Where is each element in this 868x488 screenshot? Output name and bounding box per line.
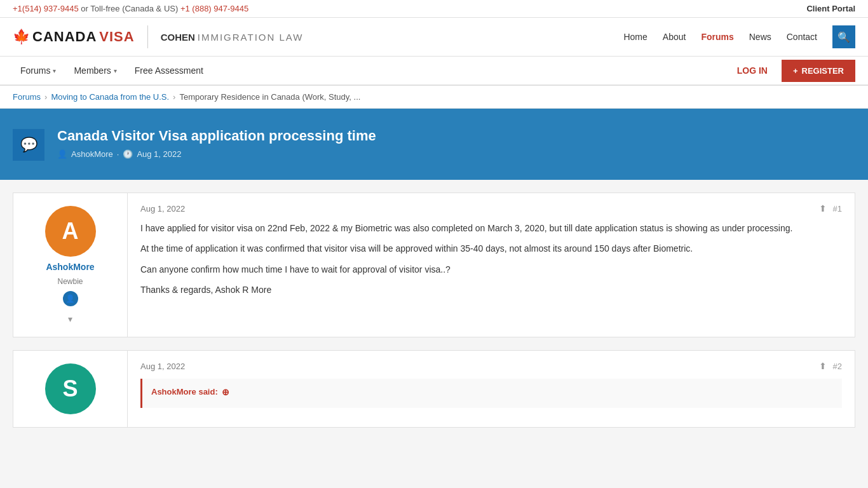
post-content: Aug 1, 2022 ⬆ #1 I have applied for visi… <box>128 193 855 337</box>
phone2-link[interactable]: +1 (888) 947-9445 <box>180 4 248 13</box>
post-header: Aug 1, 2022 ⬆ #1 <box>140 203 842 214</box>
post-sidebar: S <box>13 351 128 427</box>
expand-button[interactable]: ▾ <box>68 314 72 324</box>
post-content: Aug 1, 2022 ⬆ #2 AshokMore said: ⊕ <box>128 351 855 427</box>
thread-meta: 👤 AshokMore · 🕐 Aug 1, 2022 <box>57 149 376 159</box>
logo-visa-text: VISA <box>99 29 134 45</box>
post-username[interactable]: AshokMore <box>46 262 94 272</box>
client-portal[interactable]: Client Portal <box>806 4 855 13</box>
plus-icon: + <box>793 66 798 76</box>
quote-block: AshokMore said: ⊕ <box>140 379 842 408</box>
thread-type-icon: 💬 <box>13 129 44 161</box>
posts-area: A AshokMore Newbie 👤 ▾ Aug 1, 2022 ⬆ #1 … <box>0 180 868 440</box>
contact-info: +1(514) 937-9445 or Toll-free (Canada & … <box>13 4 248 13</box>
post-date: Aug 1, 2022 <box>140 204 185 214</box>
user-badge: 👤 <box>63 291 78 306</box>
register-button[interactable]: + REGISTER <box>782 60 855 82</box>
post-card: S Aug 1, 2022 ⬆ #2 AshokMore said: ⊕ <box>13 350 855 428</box>
nav-members-link[interactable]: Members ▾ <box>66 57 124 85</box>
thread-date: Aug 1, 2022 <box>137 149 181 159</box>
post-sidebar: A AshokMore Newbie 👤 ▾ <box>13 193 128 337</box>
cohen-name: COHEN <box>161 32 195 43</box>
user-role: Newbie <box>57 277 83 286</box>
thread-author[interactable]: AshokMore <box>71 149 113 159</box>
clock-icon: 🕐 <box>123 149 133 159</box>
nav-news[interactable]: News <box>749 32 771 42</box>
immigration-law-text: IMMIGRATION LAW <box>198 32 304 43</box>
search-button[interactable]: 🔍 <box>832 25 855 48</box>
main-nav: Home About Forums News Contact 🔍 <box>623 25 855 48</box>
share-icon[interactable]: ⬆ <box>819 203 827 214</box>
share-icon[interactable]: ⬆ <box>819 361 827 371</box>
avatar: S <box>45 363 96 414</box>
nav-contact[interactable]: Contact <box>787 32 817 42</box>
nav-forums[interactable]: Forums <box>701 32 733 42</box>
phone1-link[interactable]: +1(514) 937-9445 <box>13 4 79 13</box>
chevron-down-icon: ▾ <box>53 67 56 74</box>
breadcrumb: Forums › Moving to Canada from the U.S. … <box>0 86 868 109</box>
cohen-branding: COHEN IMMIGRATION LAW <box>161 32 304 43</box>
meta-separator: · <box>117 149 119 159</box>
post-body: AshokMore said: ⊕ <box>140 379 842 408</box>
post-paragraph: I have applied for visitor visa on 22nd … <box>140 221 842 235</box>
separator-text: or Toll-free (Canada & US) <box>81 4 180 13</box>
author-icon: 👤 <box>57 149 67 159</box>
post-actions: ⬆ #2 <box>819 361 842 371</box>
logo-area: 🍁 CANADAVISA COHEN IMMIGRATION LAW <box>13 25 303 48</box>
quote-author: AshokMore said: ⊕ <box>151 385 833 399</box>
post-paragraph: Can anyone confirm how much time I have … <box>140 262 842 276</box>
logo-canada-text: CANADA <box>32 29 97 45</box>
post-paragraph: Thanks & regards, Ashok R More <box>140 283 842 297</box>
post-date: Aug 1, 2022 <box>140 362 185 371</box>
top-bar: +1(514) 937-9445 or Toll-free (Canada & … <box>0 0 868 18</box>
quote-expand-icon[interactable]: ⊕ <box>222 385 229 399</box>
post-body: I have applied for visitor visa on 22nd … <box>140 221 842 297</box>
thread-header: 💬 Canada Visitor Visa application proces… <box>0 109 868 180</box>
nav-home[interactable]: Home <box>623 32 647 42</box>
free-assessment-link[interactable]: Free Assessment <box>127 57 211 85</box>
nav-forums-link[interactable]: Forums ▾ <box>13 57 64 85</box>
breadcrumb-moving[interactable]: Moving to Canada from the U.S. <box>51 92 169 102</box>
secondary-nav-left: Forums ▾ Members ▾ Free Assessment <box>13 57 211 85</box>
post-number: #1 <box>833 204 842 214</box>
post-card: A AshokMore Newbie 👤 ▾ Aug 1, 2022 ⬆ #1 … <box>13 193 855 337</box>
breadcrumb-sep-1: › <box>44 92 47 102</box>
nav-about[interactable]: About <box>663 32 686 42</box>
breadcrumb-sep-2: › <box>173 92 175 102</box>
breadcrumb-forums[interactable]: Forums <box>13 92 41 102</box>
site-header: 🍁 CANADAVISA COHEN IMMIGRATION LAW Home … <box>0 18 868 57</box>
thread-title-area: Canada Visitor Visa application processi… <box>57 128 376 159</box>
maple-leaf-icon: 🍁 <box>13 29 30 45</box>
secondary-nav-right: LOG IN + REGISTER <box>728 60 855 82</box>
login-button[interactable]: LOG IN <box>728 60 776 81</box>
secondary-nav: Forums ▾ Members ▾ Free Assessment LOG I… <box>0 57 868 86</box>
post-actions: ⬆ #1 <box>819 203 842 214</box>
logo-divider <box>147 25 148 48</box>
logo[interactable]: 🍁 CANADAVISA <box>13 29 135 45</box>
post-number: #2 <box>833 362 842 371</box>
post-header: Aug 1, 2022 ⬆ #2 <box>140 361 842 371</box>
post-paragraph: At the time of application it was confir… <box>140 241 842 255</box>
avatar: A <box>45 206 96 257</box>
breadcrumb-current: Temporary Residence in Canada (Work, Stu… <box>179 92 360 102</box>
chevron-down-icon: ▾ <box>114 67 117 74</box>
thread-title: Canada Visitor Visa application processi… <box>57 128 376 144</box>
